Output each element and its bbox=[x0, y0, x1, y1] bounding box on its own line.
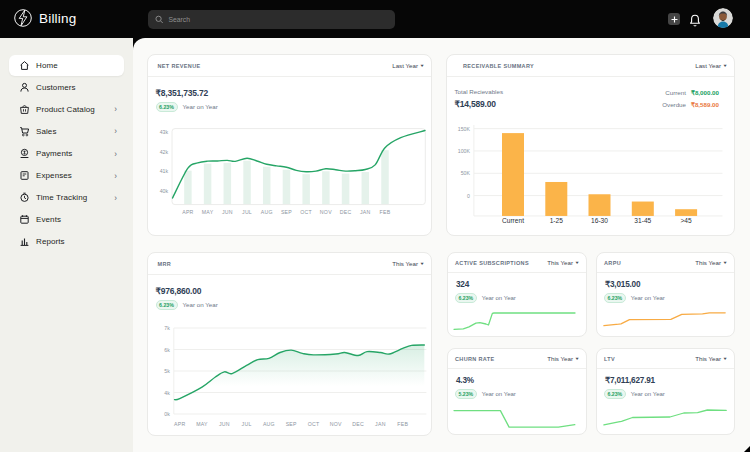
net-revenue-card: NET REVENUE Last Year ▼ ₹8,351,735.72 6.… bbox=[147, 54, 432, 236]
chevron-right-icon: › bbox=[114, 104, 117, 115]
net-revenue-chart: 43k42k41k40kAPRMAYJUNJULAUGSEPOCTNOVDECJ… bbox=[148, 121, 433, 235]
receivable-period-dropdown[interactable]: Last Year ▼ bbox=[695, 62, 727, 69]
receivable-summary-card: RECEIVABLE SUMMARY Last Year ▼ Total Rec… bbox=[446, 54, 735, 236]
search-input[interactable] bbox=[168, 16, 388, 23]
svg-text:1-25: 1-25 bbox=[550, 217, 564, 224]
sidebar-item-label: Reports bbox=[36, 237, 117, 246]
svg-text:150K: 150K bbox=[458, 126, 471, 132]
current-value: ₹8,000.00 bbox=[691, 89, 719, 96]
notifications-button[interactable] bbox=[689, 13, 701, 25]
user-avatar[interactable] bbox=[713, 8, 733, 28]
net-revenue-growth-label: Year on Year bbox=[183, 103, 218, 110]
sidebar-item-events[interactable]: Events bbox=[9, 209, 124, 230]
mrr-period-dropdown[interactable]: This Year ▼ bbox=[392, 260, 424, 267]
arpu-period-dropdown[interactable]: This Year ▼ bbox=[695, 259, 727, 266]
ltv-period-dropdown[interactable]: This Year ▼ bbox=[695, 355, 727, 362]
sidebar-item-label: Time Tracking bbox=[36, 193, 114, 202]
receivable-chart: 150K100K50K0Current1-2516-3031-45>45 bbox=[447, 121, 736, 235]
svg-text:NOV: NOV bbox=[320, 209, 332, 215]
svg-text:SEP: SEP bbox=[281, 209, 292, 215]
svg-text:JUL: JUL bbox=[242, 421, 252, 427]
churn-rate-value: 4.3% bbox=[456, 377, 474, 385]
arpu-title: ARPU bbox=[604, 260, 695, 266]
mrr-title: MRR bbox=[158, 261, 393, 267]
svg-text:AUG: AUG bbox=[261, 209, 273, 215]
overdue-value: ₹8,589.00 bbox=[691, 101, 719, 108]
svg-text:31-45: 31-45 bbox=[634, 217, 651, 224]
sidebar-item-payments[interactable]: Payments› bbox=[9, 143, 124, 164]
sidebar-item-time-tracking[interactable]: Time Tracking› bbox=[9, 187, 124, 208]
sidebar-item-expenses[interactable]: Expenses› bbox=[9, 165, 124, 186]
churn-rate-period-dropdown[interactable]: This Year ▼ bbox=[547, 355, 579, 362]
arpu-card: ARPU This Year ▼ ₹3,015.00 6.23% Year on… bbox=[596, 252, 735, 337]
svg-text:0: 0 bbox=[467, 193, 470, 199]
sidebar-item-label: Home bbox=[36, 61, 117, 70]
ltv-value: ₹7,011,627.91 bbox=[605, 377, 655, 385]
mrr-card: MRR This Year ▼ ₹976,860.00 6.23% Year o… bbox=[147, 252, 432, 436]
svg-text:100K: 100K bbox=[458, 148, 471, 154]
churn-rate-sparkline bbox=[448, 403, 588, 434]
net-revenue-title: NET REVENUE bbox=[158, 63, 393, 69]
churn-rate-growth-badge: 5.23% bbox=[455, 389, 477, 399]
events-icon bbox=[19, 214, 30, 225]
svg-text:SEP: SEP bbox=[286, 421, 297, 427]
chevron-right-icon: › bbox=[114, 170, 117, 181]
sidebar-item-label: Expenses bbox=[36, 171, 114, 180]
svg-text:DEC: DEC bbox=[340, 209, 352, 215]
sidebar: HomeCustomersProduct Catalog›Sales›Payme… bbox=[0, 38, 133, 452]
overdue-label: Overdue bbox=[662, 101, 686, 108]
active-subscriptions-period-dropdown[interactable]: This Year ▼ bbox=[547, 259, 579, 266]
svg-text:APR: APR bbox=[174, 421, 185, 427]
svg-text:Current: Current bbox=[502, 217, 524, 224]
mrr-growth-label: Year on Year bbox=[183, 301, 218, 308]
add-new-button[interactable] bbox=[668, 13, 680, 25]
svg-text:JUN: JUN bbox=[222, 209, 233, 215]
svg-text:MAY: MAY bbox=[202, 209, 214, 215]
sidebar-item-label: Sales bbox=[36, 127, 114, 136]
chevron-down-icon: ▼ bbox=[574, 356, 579, 361]
active-subscriptions-sparkline bbox=[448, 305, 588, 336]
active-subscriptions-growth-label: Year on Year bbox=[482, 295, 516, 301]
mrr-growth-badge: 6.23% bbox=[156, 300, 178, 310]
svg-text:NOV: NOV bbox=[330, 421, 342, 427]
arpu-sparkline bbox=[597, 305, 736, 336]
sidebar-item-reports[interactable]: Reports bbox=[9, 231, 124, 252]
mrr-value: ₹976,860.00 bbox=[156, 287, 202, 296]
expenses-icon bbox=[19, 170, 30, 181]
app-title: Billing bbox=[39, 11, 76, 26]
main-content: NET REVENUE Last Year ▼ ₹8,351,735.72 6.… bbox=[133, 38, 750, 452]
svg-text:OCT: OCT bbox=[300, 209, 312, 215]
churn-rate-title: CHURN RATE bbox=[455, 356, 547, 362]
svg-text:16-30: 16-30 bbox=[591, 217, 608, 224]
svg-text:JUL: JUL bbox=[242, 209, 252, 215]
mrr-chart: 7k6k5k4k0kAPRMAYJUNJULAUGSEPOCTNOVDECJAN… bbox=[148, 321, 433, 435]
sidebar-item-customers[interactable]: Customers bbox=[9, 77, 124, 98]
sidebar-item-product-catalog[interactable]: Product Catalog› bbox=[9, 99, 124, 120]
active-subscriptions-growth-badge: 6.23% bbox=[455, 293, 477, 303]
receivable-title: RECEIVABLE SUMMARY bbox=[463, 63, 695, 69]
active-subscriptions-card: ACTIVE SUBSCRIPTIONS This Year ▼ 324 6.2… bbox=[447, 252, 587, 337]
net-revenue-value: ₹8,351,735.72 bbox=[156, 89, 208, 98]
sidebar-item-label: Customers bbox=[36, 83, 117, 92]
svg-text:FEB: FEB bbox=[397, 421, 408, 427]
search-bar[interactable] bbox=[148, 10, 395, 29]
sidebar-item-label: Payments bbox=[36, 149, 114, 158]
net-revenue-period-dropdown[interactable]: Last Year ▼ bbox=[392, 62, 424, 69]
sidebar-item-sales[interactable]: Sales› bbox=[9, 121, 124, 142]
total-receivables-value: ₹14,589.00 bbox=[455, 100, 504, 109]
svg-text:>45: >45 bbox=[681, 217, 693, 224]
svg-text:FEB: FEB bbox=[380, 209, 391, 215]
svg-text:5k: 5k bbox=[164, 368, 170, 374]
arpu-value: ₹3,015.00 bbox=[605, 281, 640, 289]
svg-text:43k: 43k bbox=[160, 129, 169, 135]
sidebar-item-home[interactable]: Home bbox=[9, 55, 124, 76]
ltv-growth-badge: 6.23% bbox=[604, 389, 626, 399]
chevron-right-icon: › bbox=[114, 126, 117, 137]
churn-rate-growth-label: Year on Year bbox=[482, 391, 516, 397]
chevron-down-icon: ▼ bbox=[722, 63, 727, 68]
svg-text:0k: 0k bbox=[164, 411, 170, 417]
chevron-down-icon: ▼ bbox=[574, 260, 579, 265]
time-tracking-icon bbox=[19, 192, 30, 203]
svg-text:OCT: OCT bbox=[308, 421, 320, 427]
svg-text:DEC: DEC bbox=[352, 421, 364, 427]
